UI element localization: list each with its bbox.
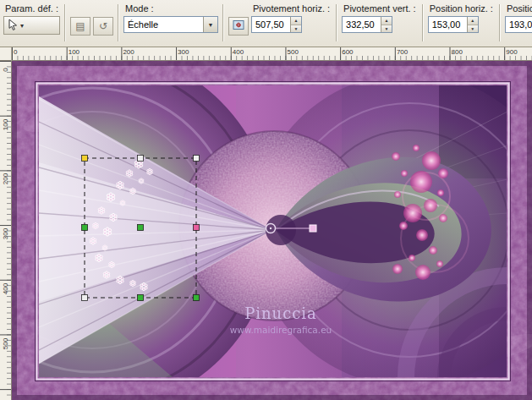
pivot-horiz-input[interactable]: 507,50 ▲ ▼ (251, 16, 302, 33)
ruler-tick-label: 500 (288, 48, 299, 56)
position-vert-label: Position vert. : (505, 3, 532, 14)
pivot-horiz-group: Pivotement horiz. : 507,50 ▲ ▼ (251, 3, 332, 33)
pivot-horiz-label: Pivotement horiz. : (251, 3, 332, 14)
mode-value: Échelle (128, 19, 158, 30)
ruler-tick-label: 800 (452, 48, 463, 56)
toolbar-separator (222, 4, 224, 41)
toolbar-separator (336, 4, 337, 41)
position-horiz-label: Position horiz. : (428, 3, 495, 14)
selection-handle[interactable] (138, 225, 144, 231)
toolbar-separator (499, 4, 501, 41)
position-vert-group: Position vert. : 193,00 ▲ ▼ (505, 3, 532, 33)
spin-down-button[interactable]: ▼ (381, 25, 392, 33)
toolbar-separator (118, 4, 119, 41)
ruler-tick-label: 900 (506, 48, 517, 56)
ruler-tick-label: 200 (2, 171, 9, 188)
ruler-tick-label: 0 (2, 62, 9, 79)
pivot-vert-group: Pivotement vert. : 332,50 ▲ ▼ (342, 3, 418, 33)
ruler-corner (0, 47, 12, 61)
spin-up-button[interactable]: ▲ (291, 17, 301, 25)
preset-list-button[interactable]: ▤ (70, 17, 90, 36)
pick-tool-icon (8, 19, 19, 33)
watermark-url: www.maidiregrafica.eu (230, 325, 332, 335)
spin-up-button[interactable]: ▲ (381, 17, 392, 25)
preset-list-icon: ▤ (75, 20, 85, 32)
position-horiz-group: Position horiz. : 153,00 ▲ ▼ (428, 3, 495, 33)
position-vert-input[interactable]: 193,00 ▲ ▼ (505, 16, 532, 33)
ruler-tick-label: 100 (69, 48, 80, 56)
mode-label: Mode : (123, 3, 218, 14)
reset-icon: ↺ (99, 20, 107, 32)
canvas-image[interactable]: Pinuccia www.maidiregrafica.eu (12, 61, 532, 400)
ruler-horizontal[interactable]: 0100200300400500600700800900 (12, 47, 532, 61)
ruler-tick-label: 400 (233, 48, 244, 56)
selection-handle[interactable] (82, 156, 88, 162)
spin-up-button[interactable]: ▲ (468, 17, 478, 25)
position-horiz-value: 153,00 (429, 17, 467, 32)
preset-buttons: ▤ ↺ (70, 17, 113, 36)
toolbar-separator (422, 4, 424, 41)
selection-handle[interactable] (194, 295, 200, 301)
pivot-arm-handle[interactable] (310, 225, 316, 232)
pivot-vert-value: 332,50 (343, 17, 381, 32)
selection-handle[interactable] (194, 225, 200, 231)
selection-handle[interactable] (82, 225, 88, 231)
tool-options-bar: Param. déf. : ▾ ▤ ↺ Mode : Échelle ▼ (0, 0, 532, 47)
pivot-center-icon (233, 19, 244, 33)
spin-down-button[interactable]: ▼ (291, 25, 301, 33)
ruler-tick-label: 500 (2, 335, 9, 352)
position-horiz-input[interactable]: 153,00 ▲ ▼ (428, 16, 479, 33)
ruler-vertical[interactable]: 0100200300400500 (0, 61, 12, 400)
selection-handle[interactable] (194, 156, 200, 162)
pivot-center-button[interactable] (228, 17, 249, 36)
reset-button[interactable]: ↺ (93, 17, 113, 36)
toolbar-separator (64, 4, 66, 41)
watermark-title: Pinuccia (244, 304, 317, 322)
mode-group: Mode : Échelle ▼ (123, 3, 218, 33)
chevron-down-icon: ▾ (20, 22, 24, 30)
selection-handle[interactable] (82, 295, 88, 301)
presets-group: Param. déf. : ▾ (3, 3, 60, 35)
ruler-tick-label: 700 (397, 48, 408, 56)
ruler-tick-label: 100 (2, 116, 9, 133)
ruler-tick-label: 300 (2, 226, 9, 243)
canvas-artwork[interactable]: Pinuccia www.maidiregrafica.eu (12, 61, 532, 400)
presets-dropdown-button[interactable]: ▾ (3, 16, 60, 35)
pivot-vert-label: Pivotement vert. : (342, 3, 418, 14)
ruler-tick-label: 0 (14, 48, 17, 56)
pivot-vert-input[interactable]: 332,50 ▲ ▼ (342, 16, 392, 33)
ruler-tick-label: 400 (2, 280, 9, 297)
selection-handle[interactable] (138, 156, 144, 162)
presets-label: Param. déf. : (3, 3, 60, 14)
mode-select[interactable]: Échelle ▼ (123, 16, 218, 33)
ruler-tick-label: 600 (342, 48, 353, 56)
artwork-layers: Pinuccia www.maidiregrafica.eu (12, 61, 532, 400)
ruler-tick-label: 300 (178, 48, 189, 56)
position-vert-value: 193,00 (506, 17, 532, 32)
ruler-tick-label: 200 (123, 48, 134, 56)
pivot-horiz-value: 507,50 (252, 17, 290, 32)
combo-arrow-icon: ▼ (203, 17, 217, 32)
selection-handle[interactable] (138, 295, 144, 301)
spin-down-button[interactable]: ▼ (468, 25, 478, 33)
